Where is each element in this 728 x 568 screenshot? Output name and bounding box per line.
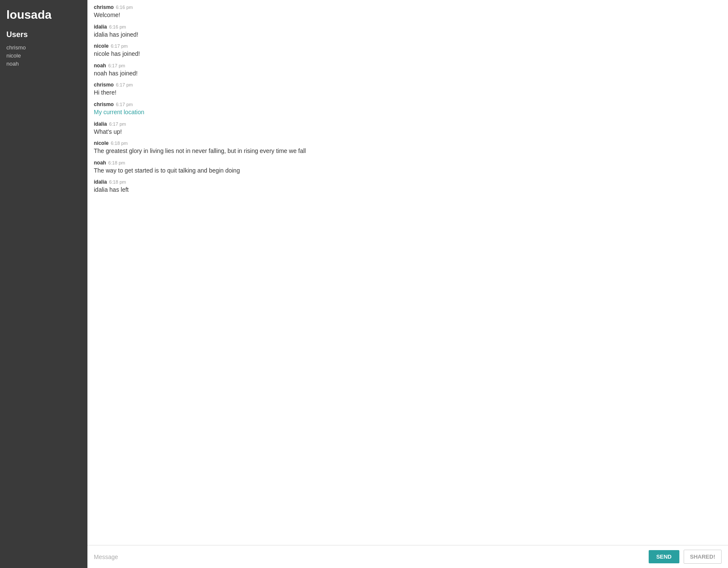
send-button[interactable]: SEND — [649, 550, 679, 563]
message-block: chrismo6:17 pmMy current location — [94, 101, 722, 117]
message-meta: noah6:18 pm — [94, 160, 722, 166]
message-block: chrismo6:17 pmHi there! — [94, 82, 722, 97]
message-time: 6:17 pm — [108, 63, 125, 68]
message-time: 6:16 pm — [116, 5, 133, 10]
message-meta: chrismo6:16 pm — [94, 4, 722, 10]
messages-container: chrismo6:16 pmWelcome!idalia6:16 pmidali… — [87, 0, 728, 545]
message-time: 6:17 pm — [116, 102, 133, 107]
message-meta: chrismo6:17 pm — [94, 82, 722, 88]
message-text: The way to get started is to quit talkin… — [94, 167, 722, 175]
message-input[interactable] — [94, 551, 644, 562]
message-block: nicole6:18 pmThe greatest glory in livin… — [94, 140, 722, 156]
message-block: nicole6:17 pmnicole has joined! — [94, 43, 722, 58]
message-meta: idalia6:18 pm — [94, 179, 722, 185]
message-time: 6:17 pm — [111, 43, 128, 49]
sidebar-user-noah[interactable]: noah — [6, 61, 81, 67]
message-block: noah6:17 pmnoah has joined! — [94, 63, 722, 78]
message-text: idalia has left — [94, 186, 722, 194]
message-author: idalia — [94, 24, 107, 30]
message-block: idalia6:17 pmWhat's up! — [94, 121, 722, 136]
message-block: chrismo6:16 pmWelcome! — [94, 4, 722, 20]
sidebar-user-nicole[interactable]: nicole — [6, 52, 81, 59]
message-meta: nicole6:17 pm — [94, 43, 722, 49]
message-author: noah — [94, 63, 106, 69]
message-meta: nicole6:18 pm — [94, 140, 722, 146]
message-text: idalia has joined! — [94, 31, 722, 39]
message-link[interactable]: My current location — [94, 109, 144, 115]
message-author: nicole — [94, 140, 109, 146]
main-chat-area: chrismo6:16 pmWelcome!idalia6:16 pmidali… — [87, 0, 728, 568]
message-author: idalia — [94, 121, 107, 127]
message-time: 6:17 pm — [116, 82, 133, 87]
message-author: noah — [94, 160, 106, 166]
message-block: noah6:18 pmThe way to get started is to … — [94, 160, 722, 175]
app-title: lousada — [6, 9, 81, 22]
sidebar-user-chrismo[interactable]: chrismo — [6, 44, 81, 51]
input-area: SEND SHARED! — [87, 545, 728, 568]
message-author: nicole — [94, 43, 109, 49]
shared-button[interactable]: SHARED! — [684, 550, 722, 564]
message-time: 6:18 pm — [109, 179, 126, 185]
message-meta: idalia6:17 pm — [94, 121, 722, 127]
message-author: chrismo — [94, 4, 114, 10]
users-heading: Users — [6, 30, 81, 39]
message-text: Hi there! — [94, 89, 722, 97]
message-time: 6:17 pm — [109, 121, 126, 127]
message-text: The greatest glory in living lies not in… — [94, 147, 722, 156]
message-author: chrismo — [94, 101, 114, 107]
message-meta: chrismo6:17 pm — [94, 101, 722, 107]
message-author: chrismo — [94, 82, 114, 88]
message-author: idalia — [94, 179, 107, 185]
message-meta: idalia6:16 pm — [94, 24, 722, 30]
message-time: 6:16 pm — [109, 24, 126, 29]
message-block: idalia6:18 pmidalia has left — [94, 179, 722, 194]
message-text: Welcome! — [94, 11, 722, 20]
sidebar: lousada Users chrismonicolenoah — [0, 0, 87, 568]
message-text: What's up! — [94, 128, 722, 136]
message-text: noah has joined! — [94, 69, 722, 78]
users-list: chrismonicolenoah — [6, 44, 81, 69]
message-text: nicole has joined! — [94, 50, 722, 58]
message-block: idalia6:16 pmidalia has joined! — [94, 24, 722, 39]
message-time: 6:18 pm — [111, 141, 128, 146]
message-time: 6:18 pm — [108, 160, 125, 165]
message-meta: noah6:17 pm — [94, 63, 722, 69]
